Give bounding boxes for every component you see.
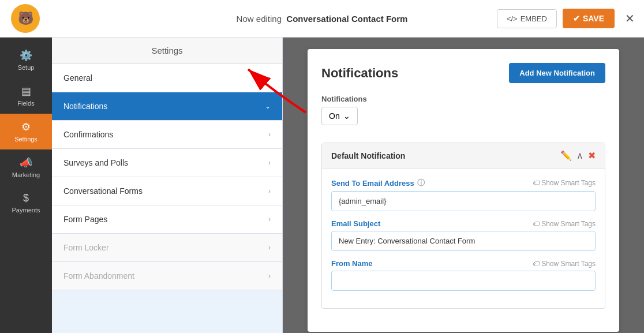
top-bar-actions: </> EMBED ✔ SAVE ✕ bbox=[497, 9, 635, 28]
from-name-row: From Name 🏷 Show Smart Tags bbox=[331, 259, 596, 291]
email-subject-row: Email Subject 🏷 Show Smart Tags bbox=[331, 219, 596, 251]
nav-item-surveys[interactable]: Surveys and Polls › bbox=[52, 149, 282, 177]
sidebar-item-setup[interactable]: ⚙️ Setup bbox=[0, 42, 52, 78]
settings-header: Settings bbox=[52, 38, 282, 64]
notification-block-title: Default Notification bbox=[331, 151, 405, 160]
info-icon[interactable]: ⓘ bbox=[417, 178, 425, 188]
sidebar-item-settings-label: Settings bbox=[14, 136, 38, 143]
settings-icon: ⚙ bbox=[21, 121, 31, 133]
tag-icon: 🏷 bbox=[533, 179, 540, 187]
notifications-value: On bbox=[329, 111, 340, 121]
nav-item-form-locker: Form Locker › bbox=[52, 234, 282, 262]
email-subject-label: Email Subject bbox=[331, 219, 380, 228]
sidebar-item-fields[interactable]: ▤ Fields bbox=[0, 78, 52, 114]
tag-icon-2: 🏷 bbox=[533, 220, 540, 228]
send-to-email-input[interactable] bbox=[331, 191, 596, 211]
delete-notification-button[interactable]: ✖ bbox=[588, 150, 596, 161]
save-label: SAVE bbox=[583, 14, 604, 23]
card-header: Notifications Add New Notification bbox=[321, 63, 605, 83]
nav-item-notifications[interactable]: Notifications ⌄ bbox=[52, 92, 282, 121]
main-layout: ⚙️ Setup ▤ Fields ⚙ Settings 📣 Marketing… bbox=[0, 38, 644, 333]
email-subject-label-row: Email Subject 🏷 Show Smart Tags bbox=[331, 219, 596, 228]
payments-icon: $ bbox=[23, 192, 29, 204]
sidebar-item-fields-label: Fields bbox=[17, 100, 34, 107]
from-name-input[interactable] bbox=[331, 271, 596, 291]
collapse-notification-button[interactable]: ∧ bbox=[576, 150, 583, 161]
nav-item-form-pages-label: Form Pages bbox=[63, 215, 107, 224]
setup-icon: ⚙️ bbox=[20, 49, 32, 62]
tag-icon-3: 🏷 bbox=[533, 260, 540, 268]
embed-button[interactable]: </> EMBED bbox=[497, 9, 557, 28]
chevron-right-icon: › bbox=[268, 74, 271, 82]
close-button[interactable]: ✕ bbox=[625, 12, 635, 25]
sidebar-item-marketing[interactable]: 📣 Marketing bbox=[0, 149, 52, 185]
logo-image: 🐻 bbox=[11, 4, 40, 33]
chevron-right-icon-4: › bbox=[268, 187, 271, 195]
nav-item-notifications-label: Notifications bbox=[63, 102, 107, 111]
embed-label: EMBED bbox=[521, 14, 547, 23]
nav-item-form-locker-label: Form Locker bbox=[63, 243, 109, 252]
from-name-label-row: From Name 🏷 Show Smart Tags bbox=[331, 259, 596, 268]
notification-block-header: Default Notification ✏️ ∧ ✖ bbox=[322, 143, 605, 169]
email-subject-input[interactable] bbox=[331, 231, 596, 251]
logo: 🐻 bbox=[9, 2, 42, 35]
chevron-right-icon-6: › bbox=[268, 244, 271, 252]
nav-item-surveys-label: Surveys and Polls bbox=[63, 158, 128, 167]
notification-block-actions: ✏️ ∧ ✖ bbox=[560, 150, 596, 161]
nav-panel: Settings General › Notifications ⌄ Confi… bbox=[52, 38, 283, 333]
card-title: Notifications bbox=[321, 66, 398, 81]
editing-label: Now editing bbox=[237, 14, 282, 24]
sidebar-item-settings[interactable]: ⚙ Settings bbox=[0, 114, 52, 149]
save-button[interactable]: ✔ SAVE bbox=[563, 9, 615, 28]
nav-item-confirmations-label: Confirmations bbox=[63, 130, 113, 139]
editing-title: Now editing Conversational Contact Form bbox=[237, 14, 408, 24]
notifications-dropdown[interactable]: On ⌄ bbox=[321, 107, 358, 125]
edit-notification-button[interactable]: ✏️ bbox=[560, 150, 572, 161]
chevron-right-icon-7: › bbox=[268, 272, 271, 280]
nav-item-conversational[interactable]: Conversational Forms › bbox=[52, 177, 282, 205]
nav-item-confirmations[interactable]: Confirmations › bbox=[52, 121, 282, 149]
sidebar-item-marketing-label: Marketing bbox=[12, 171, 40, 178]
nav-item-form-abandonment: Form Abandonment › bbox=[52, 262, 282, 290]
check-icon: ✔ bbox=[573, 14, 580, 23]
sidebar-item-payments-label: Payments bbox=[12, 207, 40, 214]
sidebar-item-payments[interactable]: $ Payments bbox=[0, 185, 52, 220]
notifications-field-label: Notifications bbox=[321, 95, 605, 103]
dropdown-chevron-icon: ⌄ bbox=[343, 111, 350, 121]
chevron-right-icon-3: › bbox=[268, 159, 271, 167]
nav-item-form-abandonment-label: Form Abandonment bbox=[63, 271, 134, 280]
add-new-notification-button[interactable]: Add New Notification bbox=[509, 63, 605, 83]
sidebar-item-setup-label: Setup bbox=[18, 64, 35, 71]
sidebar-left: ⚙️ Setup ▤ Fields ⚙ Settings 📣 Marketing… bbox=[0, 38, 52, 333]
settings-header-label: Settings bbox=[151, 46, 182, 55]
nav-item-general[interactable]: General › bbox=[52, 64, 282, 92]
embed-icon: </> bbox=[507, 14, 518, 23]
notifications-toggle-row: Notifications On ⌄ bbox=[321, 95, 605, 134]
fields-icon: ▤ bbox=[21, 85, 31, 98]
chevron-right-icon-2: › bbox=[268, 130, 271, 139]
chevron-right-icon-5: › bbox=[268, 215, 271, 223]
form-name: Conversational Contact Form bbox=[286, 14, 407, 24]
show-smart-tags-send-email[interactable]: 🏷 Show Smart Tags bbox=[533, 179, 596, 187]
content-panel: Notifications Add New Notification Notif… bbox=[283, 38, 644, 333]
send-to-email-label: Send To Email Address ⓘ bbox=[331, 178, 425, 188]
nav-item-conversational-label: Conversational Forms bbox=[63, 186, 143, 196]
nav-item-general-label: General bbox=[63, 73, 92, 83]
nav-item-form-pages[interactable]: Form Pages › bbox=[52, 205, 282, 234]
from-name-label: From Name bbox=[331, 259, 373, 268]
notifications-card: Notifications Add New Notification Notif… bbox=[308, 49, 619, 332]
send-to-email-row: Send To Email Address ⓘ 🏷 Show Smart Tag… bbox=[331, 178, 596, 211]
chevron-down-icon: ⌄ bbox=[265, 102, 271, 110]
show-smart-tags-from-name[interactable]: 🏷 Show Smart Tags bbox=[533, 260, 596, 268]
send-to-email-label-row: Send To Email Address ⓘ 🏷 Show Smart Tag… bbox=[331, 178, 596, 188]
default-notification-block: Default Notification ✏️ ∧ ✖ Send To Emai… bbox=[321, 143, 605, 309]
notification-body: Send To Email Address ⓘ 🏷 Show Smart Tag… bbox=[322, 169, 605, 308]
show-smart-tags-subject[interactable]: 🏷 Show Smart Tags bbox=[533, 220, 596, 228]
marketing-icon: 📣 bbox=[20, 156, 32, 169]
top-bar: 🐻 Now editing Conversational Contact For… bbox=[0, 0, 644, 38]
